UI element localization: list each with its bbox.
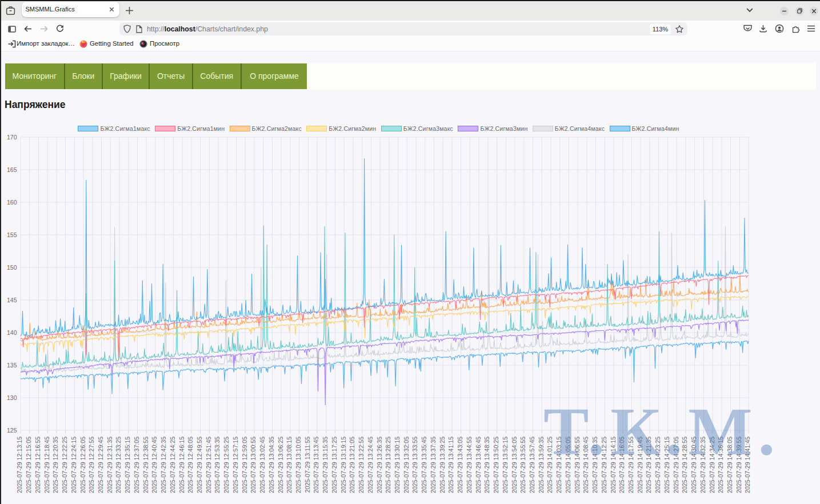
svg-text:2025-07-29 12:13:15: 2025-07-29 12:13:15 — [17, 437, 23, 493]
svg-text:2025-07-29 13:00:55: 2025-07-29 13:00:55 — [250, 437, 257, 493]
svg-text:2025-07-29 12:24:15: 2025-07-29 12:24:15 — [70, 437, 77, 493]
svg-text:2025-07-29 13:41:15: 2025-07-29 13:41:15 — [448, 437, 455, 493]
svg-text:2025-07-29 13:55:55: 2025-07-29 13:55:55 — [519, 437, 526, 493]
svg-text:2025-07-29 13:15:35: 2025-07-29 13:15:35 — [322, 437, 329, 493]
svg-text:2025-07-29 12:44:25: 2025-07-29 12:44:25 — [169, 437, 176, 493]
svg-text:130: 130 — [7, 394, 17, 401]
svg-text:2025-07-29 13:08:15: 2025-07-29 13:08:15 — [286, 437, 293, 493]
svg-text:170: 170 — [7, 134, 17, 141]
svg-text:2025-07-29 12:46:15: 2025-07-29 12:46:15 — [178, 437, 185, 493]
svg-text:2025-07-29 13:02:45: 2025-07-29 13:02:45 — [259, 437, 266, 493]
svg-text:2025-07-29 13:17:25: 2025-07-29 13:17:25 — [331, 437, 338, 493]
svg-text:2025-07-29 13:46:45: 2025-07-29 13:46:45 — [475, 437, 482, 493]
svg-text:2025-07-29 13:54:05: 2025-07-29 13:54:05 — [511, 437, 518, 493]
svg-text:2025-07-29 12:57:15: 2025-07-29 12:57:15 — [232, 437, 239, 493]
svg-text:2025-07-29 13:39:25: 2025-07-29 13:39:25 — [439, 437, 446, 493]
svg-text:2025-07-29 12:42:35: 2025-07-29 12:42:35 — [160, 437, 167, 493]
svg-text:2025-07-29 13:04:35: 2025-07-29 13:04:35 — [268, 437, 275, 493]
svg-text:2025-07-29 13:13:45: 2025-07-29 13:13:45 — [313, 437, 320, 493]
svg-text:2025-07-29 13:10:05: 2025-07-29 13:10:05 — [295, 437, 302, 493]
svg-text:2025-07-29 12:49:55: 2025-07-29 12:49:55 — [196, 437, 203, 493]
svg-text:2025-07-29 13:06:25: 2025-07-29 13:06:25 — [277, 437, 284, 493]
svg-text:2025-07-29 13:22:55: 2025-07-29 13:22:55 — [358, 437, 365, 493]
svg-text:2025-07-29 12:27:55: 2025-07-29 12:27:55 — [88, 437, 95, 493]
svg-text:2025-07-29 12:55:25: 2025-07-29 12:55:25 — [223, 437, 230, 493]
svg-text:140: 140 — [7, 329, 17, 336]
svg-text:2025-07-29 12:26:05: 2025-07-29 12:26:05 — [79, 437, 86, 493]
svg-text:135: 135 — [7, 362, 17, 369]
svg-text:2025-07-29 13:26:35: 2025-07-29 13:26:35 — [376, 437, 383, 493]
svg-text:2025-07-29 13:37:35: 2025-07-29 13:37:35 — [430, 437, 437, 493]
svg-text:2025-07-29 13:30:15: 2025-07-29 13:30:15 — [394, 437, 401, 493]
svg-text:2025-07-29 13:24:45: 2025-07-29 13:24:45 — [367, 437, 374, 493]
svg-text:2025-07-29 13:21:05: 2025-07-29 13:21:05 — [349, 437, 356, 493]
svg-text:2025-07-29 12:53:35: 2025-07-29 12:53:35 — [214, 437, 221, 493]
svg-text:2025-07-29 12:59:05: 2025-07-29 12:59:05 — [241, 437, 248, 493]
svg-text:2025-07-29 12:38:55: 2025-07-29 12:38:55 — [142, 437, 149, 493]
svg-text:150: 150 — [7, 264, 17, 271]
svg-text:125: 125 — [7, 427, 17, 434]
svg-text:2025-07-29 12:15:05: 2025-07-29 12:15:05 — [25, 437, 32, 493]
svg-text:145: 145 — [7, 297, 17, 303]
svg-text:2025-07-29 12:35:15: 2025-07-29 12:35:15 — [124, 437, 131, 493]
svg-text:2025-07-29 12:18:45: 2025-07-29 12:18:45 — [43, 437, 50, 493]
svg-text:2025-07-29 12:29:45: 2025-07-29 12:29:45 — [97, 437, 104, 493]
svg-text:2025-07-29 13:33:55: 2025-07-29 13:33:55 — [412, 437, 419, 493]
svg-text:155: 155 — [7, 231, 17, 238]
svg-text:2025-07-29 13:48:35: 2025-07-29 13:48:35 — [483, 437, 490, 493]
svg-text:2025-07-29 12:22:25: 2025-07-29 12:22:25 — [61, 437, 68, 493]
svg-text:2025-07-29 12:20:35: 2025-07-29 12:20:35 — [52, 437, 59, 493]
svg-text:2025-07-29 13:44:55: 2025-07-29 13:44:55 — [466, 437, 473, 493]
svg-text:Т.К.М.: Т.К.М. — [543, 394, 777, 469]
svg-text:165: 165 — [7, 166, 17, 173]
svg-text:2025-07-29 13:52:15: 2025-07-29 13:52:15 — [502, 437, 509, 493]
svg-text:2025-07-29 13:35:45: 2025-07-29 13:35:45 — [421, 437, 427, 493]
svg-text:2025-07-29 12:33:25: 2025-07-29 12:33:25 — [115, 437, 122, 493]
svg-text:2025-07-29 13:43:05: 2025-07-29 13:43:05 — [457, 437, 463, 493]
svg-text:2025-07-29 12:31:35: 2025-07-29 12:31:35 — [106, 437, 113, 493]
svg-text:2025-07-29 12:48:05: 2025-07-29 12:48:05 — [187, 437, 194, 493]
svg-text:2025-07-29 13:28:25: 2025-07-29 13:28:25 — [385, 437, 391, 493]
svg-text:2025-07-29 13:50:25: 2025-07-29 13:50:25 — [493, 437, 499, 493]
svg-text:2025-07-29 13:19:15: 2025-07-29 13:19:15 — [340, 437, 347, 493]
svg-text:2025-07-29 12:51:45: 2025-07-29 12:51:45 — [205, 437, 212, 493]
svg-text:2025-07-29 12:16:55: 2025-07-29 12:16:55 — [34, 437, 41, 493]
svg-text:2025-07-29 13:11:55: 2025-07-29 13:11:55 — [304, 437, 311, 493]
svg-text:2025-07-29 13:57:45: 2025-07-29 13:57:45 — [529, 437, 535, 493]
svg-text:2025-07-29 12:40:45: 2025-07-29 12:40:45 — [151, 437, 158, 493]
svg-text:2025-07-29 13:32:05: 2025-07-29 13:32:05 — [403, 437, 410, 493]
svg-text:2025-07-29 12:37:05: 2025-07-29 12:37:05 — [133, 437, 140, 493]
svg-text:160: 160 — [7, 199, 17, 206]
